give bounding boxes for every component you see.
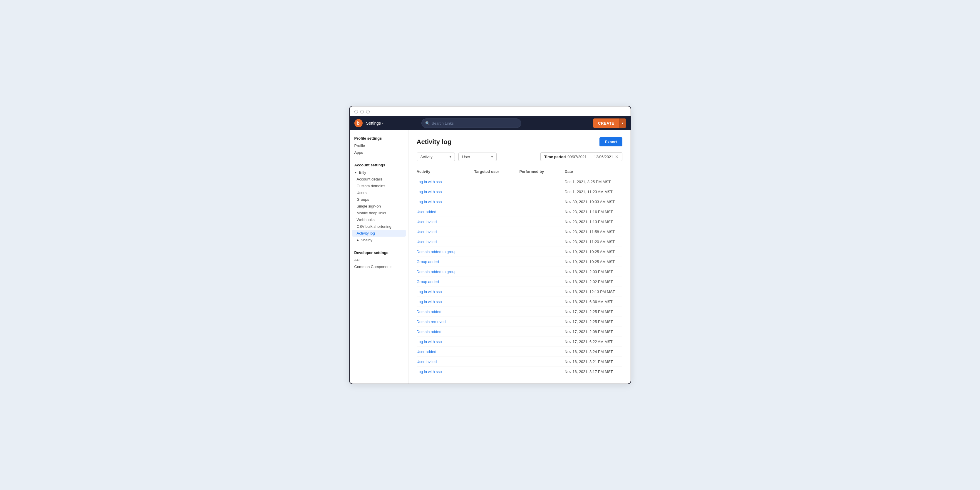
search-icon: 🔍 [425,121,430,126]
cell-activity: Log in with sso [417,297,474,307]
profile-settings-section: Profile settings Profile Apps [350,136,408,156]
activity-link[interactable]: Log in with sso [417,180,442,184]
sidebar-item-sso[interactable]: Single sign-on [350,203,408,210]
export-button[interactable]: Export [600,137,622,146]
sidebar-shelby-org[interactable]: ▶ Shelby [350,237,408,243]
activity-link[interactable]: User invited [417,240,437,244]
user-filter-label: User [462,154,470,159]
bitly-logo[interactable]: b [355,119,363,127]
activity-link[interactable]: User invited [417,229,437,234]
time-from: 09/07/2021 [568,154,587,159]
sidebar-item-api[interactable]: API [350,257,408,263]
cell-targeted [474,217,520,227]
time-period-label: Time period [544,154,566,159]
topbar: b Settings ▾ 🔍 CREATE ▾ [350,116,631,130]
activity-link[interactable]: Log in with sso [417,369,442,374]
activity-link[interactable]: Log in with sso [417,339,442,344]
search-input[interactable] [432,121,517,126]
activity-table: Activity Targeted user Performed by Date… [417,167,622,377]
table-row: Log in with sso—Nov 18, 2021, 12:13 PM M… [417,287,622,297]
cell-performed [520,357,565,367]
activity-link[interactable]: Domain added to group [417,250,457,254]
cell-date: Nov 23, 2021, 1:13 PM MST [565,217,622,227]
table-row: Group addedNov 19, 2021, 10:25 AM MST [417,257,622,267]
cell-performed [520,237,565,247]
account-settings-section: Account settings ▼ Bitly Account details… [350,161,408,243]
activity-link[interactable]: Log in with sso [417,290,442,294]
sidebar-item-account-details[interactable]: Account details [350,176,408,183]
table-row: User added—Nov 16, 2021, 3:24 PM MST [417,347,622,357]
cell-targeted: — [474,307,520,317]
sidebar-item-users[interactable]: Users [350,189,408,196]
activity-link[interactable]: Domain added [417,310,442,314]
cell-activity: Domain added [417,307,474,317]
search-box[interactable]: 🔍 [422,118,521,128]
content-area: Activity log Export Activity ▾ User ▾ Ti… [409,130,631,383]
sidebar-bitly-org[interactable]: ▼ Bitly [350,169,408,176]
em-dash: — [520,290,523,294]
activity-link[interactable]: User invited [417,220,437,224]
cell-performed: — [520,177,565,187]
table-row: User invitedNov 16, 2021, 3:21 PM MST [417,357,622,367]
table-row: Domain added to group——Nov 19, 2021, 10:… [417,247,622,257]
cell-activity: Log in with sso [417,287,474,297]
activity-link[interactable]: Domain added [417,329,442,334]
cell-date: Nov 18, 2021, 2:03 PM MST [565,267,622,277]
activity-link[interactable]: Log in with sso [417,200,442,204]
cell-date: Nov 16, 2021, 3:17 PM MST [565,367,622,377]
cell-performed: — [520,337,565,347]
time-to: 12/06/2021 [594,154,613,159]
activity-link[interactable]: User added [417,350,436,354]
browser-dot-2 [360,110,364,113]
create-chevron-button[interactable]: ▾ [619,118,626,128]
table-row: User invitedNov 23, 2021, 11:20 AM MST [417,237,622,247]
main-content: Profile settings Profile Apps Account se… [350,130,631,383]
activity-link[interactable]: Group added [417,280,439,284]
activity-link[interactable]: Group added [417,259,439,264]
cell-date: Dec 1, 2021, 11:23 AM MST [565,187,622,197]
em-dash: — [520,270,523,274]
activity-link[interactable]: Log in with sso [417,189,442,194]
cell-date: Nov 17, 2021, 2:08 PM MST [565,327,622,337]
em-dash: — [474,329,478,334]
cell-activity: Domain added [417,327,474,337]
cell-date: Nov 23, 2021, 11:58 AM MST [565,227,622,237]
cell-targeted [474,187,520,197]
cell-performed: — [520,297,565,307]
developer-settings-title: Developer settings [350,248,408,257]
cell-date: Nov 18, 2021, 6:36 AM MST [565,297,622,307]
table-row: Group addedNov 18, 2021, 2:02 PM MST [417,277,622,287]
activity-filter[interactable]: Activity ▾ [417,153,455,161]
sidebar-item-webhooks[interactable]: Webhooks [350,216,408,223]
em-dash: — [474,320,478,324]
activity-link[interactable]: User invited [417,360,437,364]
activity-link[interactable]: Domain added to group [417,270,457,274]
sidebar-item-apps[interactable]: Apps [350,149,408,156]
cell-performed [520,257,565,267]
time-arrow-icon: → [588,154,592,159]
user-filter[interactable]: User ▾ [458,153,496,161]
sidebar-item-activity-log[interactable]: Activity log [352,230,406,237]
sidebar-item-groups[interactable]: Groups [350,196,408,203]
sidebar-item-mobile-deep-links[interactable]: Mobile deep links [350,210,408,216]
sidebar-item-custom-domains[interactable]: Custom domains [350,183,408,189]
table-row: Log in with sso—Nov 16, 2021, 3:17 PM MS… [417,367,622,377]
sidebar-item-profile[interactable]: Profile [350,142,408,149]
cell-targeted [474,257,520,267]
activity-link[interactable]: Log in with sso [417,299,442,304]
cell-performed: — [520,367,565,377]
cell-performed [520,277,565,287]
sidebar-item-common-components[interactable]: Common Components [350,263,408,270]
table-row: User added—Nov 23, 2021, 1:16 PM MST [417,207,622,217]
time-period-clear-icon[interactable]: ✕ [615,154,619,159]
activity-filter-label: Activity [420,154,433,159]
cell-targeted [474,207,520,217]
table-row: Domain added to group——Nov 18, 2021, 2:0… [417,267,622,277]
activity-link[interactable]: User added [417,210,436,214]
settings-nav[interactable]: Settings ▾ [366,121,384,126]
sidebar-item-csv-bulk[interactable]: CSV bulk shortening [350,223,408,230]
cell-targeted [474,357,520,367]
cell-activity: User invited [417,237,474,247]
create-button[interactable]: CREATE [593,118,619,128]
activity-link[interactable]: Domain removed [417,320,446,324]
